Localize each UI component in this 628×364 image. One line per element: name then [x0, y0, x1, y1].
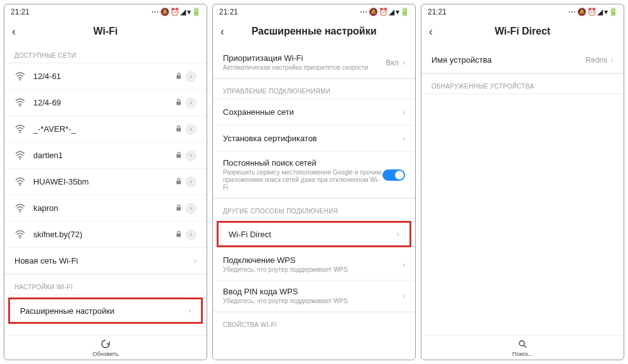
- advanced-settings-row[interactable]: Расширенные настройки ›: [8, 297, 203, 324]
- lock-icon: [176, 230, 181, 239]
- new-network-label: Новая сеть Wi-Fi: [14, 256, 194, 265]
- status-bar: 21:21 ⋯ 🔕 ⏰ ◢ ▾ 🔋: [421, 4, 624, 18]
- titlebar: ‹ Расширенные настройки: [213, 18, 415, 47]
- wifi-icon: [14, 98, 26, 108]
- chevron-right-icon: ›: [403, 108, 405, 117]
- status-bar: 21:21 ⋯ 🔕 ⏰ ◢ ▾ 🔋: [213, 4, 415, 18]
- wps-pin-sub: Убедитесь, что роутер поддерживает WPS: [223, 297, 403, 305]
- network-ssid: 12/4-61: [33, 72, 176, 81]
- priority-value: Вкл: [386, 58, 399, 67]
- wps-pin-row[interactable]: Ввод PIN кода WPS Убедитесь, что роутер …: [213, 281, 415, 312]
- priority-sub: Автоматическая настройка приоритетов ско…: [223, 64, 386, 72]
- refresh-label: Обновить: [93, 351, 119, 357]
- status-time: 21:21: [428, 8, 447, 16]
- titlebar: ‹ Wi-Fi Direct: [421, 18, 624, 47]
- refresh-icon[interactable]: [4, 340, 207, 350]
- wifi-direct-row[interactable]: Wi-Fi Direct ›: [217, 221, 411, 247]
- chevron-right-icon: ›: [185, 203, 197, 214]
- status-bar: 21:21 ⋯ 🔕 ⏰ ◢ ▾ 🔋: [4, 4, 207, 18]
- chevron-right-icon: ›: [185, 124, 197, 135]
- priority-title: Приоритизация Wi-Fi: [223, 53, 386, 63]
- always-scan-row[interactable]: Постоянный поиск сетей Разрешить сервису…: [213, 152, 415, 198]
- network-ssid: dartlen1: [33, 151, 176, 160]
- network-row[interactable]: _-*AVER*-_›: [4, 116, 207, 142]
- search-icon[interactable]: [421, 340, 624, 350]
- network-row[interactable]: kapron›: [4, 195, 207, 222]
- install-certs-row[interactable]: Установка сертификатов ›: [213, 126, 415, 152]
- wifi-icon: [14, 177, 26, 187]
- wps-row[interactable]: Подключение WPS Убедитесь, что роутер по…: [213, 249, 415, 281]
- lock-icon: [176, 204, 181, 213]
- always-scan-sub: Разрешить сервису местоположения Google …: [223, 169, 382, 191]
- status-icons: ⋯ 🔕 ⏰ ◢ ▾ 🔋: [360, 8, 409, 16]
- lock-icon: [176, 125, 181, 134]
- chevron-right-icon: ›: [188, 306, 191, 315]
- chevron-right-icon: ›: [403, 292, 405, 301]
- lock-icon: [176, 99, 181, 107]
- chevron-right-icon: ›: [194, 257, 197, 265]
- screen-wifi-direct: 21:21 ⋯ 🔕 ⏰ ◢ ▾ 🔋 ‹ Wi-Fi Direct Имя уст…: [421, 4, 624, 360]
- wifi-icon: [14, 124, 26, 134]
- section-found-devices: ОБНАРУЖЕННЫЕ УСТРОЙСТВА: [421, 73, 624, 94]
- network-ssid: 12/4-69: [33, 98, 176, 107]
- section-available-networks: ДОСТУПНЫЕ СЕТИ: [4, 47, 207, 63]
- bottom-bar: Поиск...: [421, 335, 624, 360]
- wifi-icon: [14, 72, 26, 82]
- always-scan-toggle[interactable]: [382, 169, 405, 181]
- network-row[interactable]: 12/4-61›: [4, 63, 207, 90]
- chevron-right-icon: ›: [397, 230, 399, 238]
- device-name-row[interactable]: Имя устройства Redmi ›: [421, 47, 624, 73]
- wps-sub: Убедитесь, что роутер поддерживает WPS: [223, 266, 403, 274]
- status-time: 21:21: [11, 8, 30, 16]
- install-certs-label: Установка сертификатов: [223, 134, 403, 143]
- status-icons: ⋯ 🔕 ⏰ ◢ ▾ 🔋: [151, 8, 200, 16]
- page-title: Wi-Fi: [12, 26, 199, 37]
- lock-icon: [176, 151, 181, 160]
- wps-pin-title: Ввод PIN кода WPS: [223, 287, 403, 296]
- lock-icon: [176, 72, 181, 81]
- screen-advanced: 21:21 ⋯ 🔕 ⏰ ◢ ▾ 🔋 ‹ Расширенные настройк…: [212, 4, 416, 360]
- chevron-right-icon: ›: [185, 150, 197, 161]
- section-wifi-props: СВОЙСТВА WI-FI: [213, 312, 415, 332]
- chevron-right-icon: ›: [185, 71, 197, 82]
- chevron-right-icon: ›: [185, 97, 197, 109]
- new-network-row[interactable]: Новая сеть Wi-Fi ›: [4, 248, 207, 274]
- page-title: Расширенные настройки: [220, 26, 408, 37]
- network-ssid: kapron: [33, 203, 176, 213]
- device-name-label: Имя устройства: [431, 55, 585, 65]
- advanced-settings-label: Расширенные настройки: [20, 306, 188, 316]
- priority-row[interactable]: Приоритизация Wi-Fi Автоматическая настр…: [213, 47, 415, 78]
- section-other-connect: ДРУГИЕ СПОСОБЫ ПОДКЛЮЧЕНИЯ: [213, 198, 415, 219]
- chevron-right-icon: ›: [185, 229, 197, 240]
- wifi-icon: [14, 203, 26, 213]
- status-icons: ⋯ 🔕 ⏰ ◢ ▾ 🔋: [568, 8, 617, 16]
- section-wifi-settings: НАСТРОЙКИ WI-FI: [4, 274, 207, 295]
- network-row[interactable]: dartlen1›: [4, 142, 207, 169]
- network-row[interactable]: 12/4-69›: [4, 90, 207, 116]
- saved-networks-row[interactable]: Сохраненные сети ›: [213, 99, 415, 126]
- wps-title: Подключение WPS: [223, 255, 403, 265]
- chevron-right-icon: ›: [611, 56, 614, 65]
- network-ssid: HUAWEI-35bm: [33, 177, 176, 186]
- titlebar: ‹ Wi-Fi: [4, 18, 207, 47]
- wifi-icon: [14, 230, 26, 240]
- chevron-right-icon: ›: [403, 260, 405, 269]
- chevron-right-icon: ›: [185, 176, 197, 188]
- section-connection-mgmt: УПРАВЛЕНИЕ ПОДКЛЮЧЕНИЯМИ: [213, 78, 415, 99]
- network-row[interactable]: skifnet.by(72)›: [4, 222, 207, 248]
- lock-icon: [176, 178, 181, 186]
- wifi-direct-label: Wi-Fi Direct: [229, 230, 397, 239]
- saved-networks-label: Сохраненные сети: [223, 107, 403, 117]
- bottom-bar: Обновить: [4, 335, 207, 360]
- wifi-icon: [14, 151, 26, 161]
- screen-wifi: 21:21 ⋯ 🔕 ⏰ ◢ ▾ 🔋 ‹ Wi-Fi ДОСТУПНЫЕ СЕТИ…: [4, 4, 207, 360]
- chevron-right-icon: ›: [403, 58, 405, 67]
- search-label: Поиск...: [512, 351, 533, 357]
- device-name-value: Redmi: [585, 56, 607, 65]
- always-scan-title: Постоянный поиск сетей: [223, 158, 382, 168]
- page-title: Wi-Fi Direct: [429, 26, 616, 37]
- network-ssid: skifnet.by(72): [33, 230, 176, 239]
- status-time: 21:21: [219, 8, 238, 16]
- network-row[interactable]: HUAWEI-35bm›: [4, 169, 207, 195]
- network-ssid: _-*AVER*-_: [33, 124, 176, 134]
